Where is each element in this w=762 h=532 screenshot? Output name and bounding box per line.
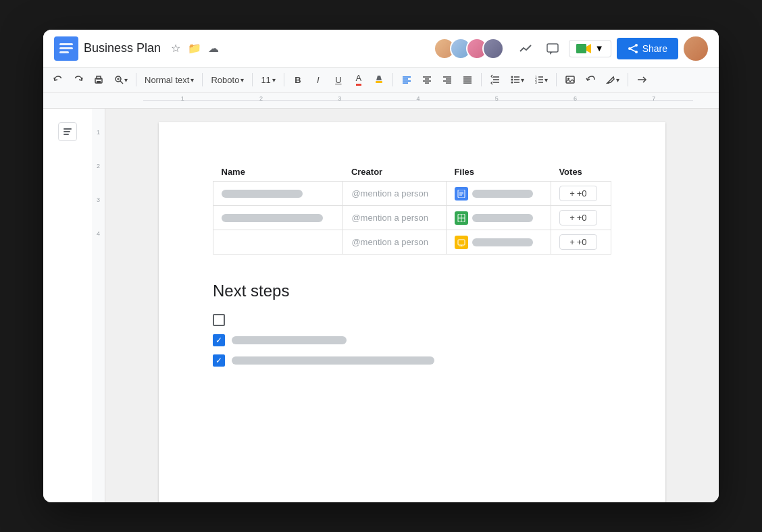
file-bar bbox=[472, 238, 533, 246]
table-cell-files bbox=[446, 230, 551, 255]
cloud-icon[interactable]: ☁ bbox=[207, 42, 220, 55]
vote-plus: + bbox=[569, 213, 575, 223]
size-dropdown[interactable]: 11 ▾ bbox=[257, 70, 279, 89]
table-row: @mention a person bbox=[213, 206, 611, 230]
svg-point-41 bbox=[511, 76, 513, 78]
color-label: A bbox=[356, 74, 362, 85]
docs-logo-icon bbox=[54, 36, 78, 61]
separator bbox=[628, 73, 628, 86]
style-dropdown[interactable]: Normal text ▾ bbox=[141, 70, 198, 89]
svg-marker-8 bbox=[586, 44, 591, 53]
meet-chevron: ▼ bbox=[595, 43, 604, 53]
share-button[interactable]: Share bbox=[617, 38, 678, 59]
underline-label: U bbox=[335, 75, 341, 85]
print-button[interactable] bbox=[89, 70, 108, 89]
share-label: Share bbox=[642, 43, 667, 54]
align-center-button[interactable] bbox=[417, 70, 436, 89]
file-icon-slides bbox=[455, 236, 468, 249]
svg-rect-16 bbox=[97, 81, 101, 83]
list-item bbox=[213, 314, 611, 326]
svg-rect-58 bbox=[63, 131, 70, 132]
ruler-mark-4: 4 bbox=[97, 230, 100, 237]
name-placeholder bbox=[222, 190, 303, 198]
font-dropdown[interactable]: Roboto ▾ bbox=[207, 70, 248, 89]
table-cell-files bbox=[446, 206, 551, 230]
svg-rect-1 bbox=[59, 43, 73, 45]
align-right-button[interactable] bbox=[438, 70, 457, 89]
size-chevron: ▾ bbox=[272, 76, 276, 84]
user-avatar[interactable] bbox=[684, 36, 708, 61]
star-icon[interactable]: ☆ bbox=[169, 42, 182, 55]
checkbox-checked[interactable] bbox=[213, 354, 225, 367]
folder-icon[interactable]: 📁 bbox=[188, 42, 201, 55]
zoom-button[interactable]: ▾ bbox=[109, 70, 132, 89]
checklist bbox=[213, 314, 611, 367]
document-canvas[interactable]: Name Creator Files Votes bbox=[105, 109, 719, 502]
table-cell-votes[interactable]: + +0 bbox=[551, 182, 611, 206]
comment-icon bbox=[546, 42, 559, 55]
table-cell-votes[interactable]: + +0 bbox=[551, 230, 611, 255]
numbered-list-button[interactable]: 123 ▾ bbox=[530, 70, 552, 89]
col-header-creator: Creator bbox=[343, 163, 446, 182]
data-table: Name Creator Files Votes bbox=[213, 163, 611, 255]
underline-button[interactable]: U bbox=[329, 70, 348, 89]
metrics-button[interactable] bbox=[515, 38, 536, 59]
table-cell-name bbox=[213, 182, 343, 206]
col-header-files: Files bbox=[446, 163, 551, 182]
svg-point-43 bbox=[511, 79, 513, 81]
style-chevron: ▾ bbox=[190, 76, 194, 84]
outline-icon[interactable] bbox=[58, 122, 77, 141]
document-page[interactable]: Name Creator Files Votes bbox=[159, 122, 665, 502]
vote-count: +0 bbox=[577, 188, 587, 198]
file-bar bbox=[472, 214, 533, 222]
checklist-text-bar bbox=[232, 356, 434, 365]
highlight-button[interactable] bbox=[370, 70, 388, 89]
text-color-button[interactable]: A bbox=[349, 70, 368, 89]
svg-rect-59 bbox=[63, 134, 69, 135]
table-cell-creator[interactable]: @mention a person bbox=[343, 182, 446, 206]
table-cell-votes[interactable]: + +0 bbox=[551, 206, 611, 230]
vote-button[interactable]: + +0 bbox=[559, 210, 597, 225]
vote-plus: + bbox=[569, 188, 575, 198]
undo-button[interactable] bbox=[49, 70, 68, 89]
vertical-ruler: 1 2 3 4 bbox=[92, 109, 105, 502]
vote-button[interactable]: + +0 bbox=[559, 234, 597, 250]
table-row: @mention a person bbox=[213, 230, 611, 255]
align-left-button[interactable] bbox=[397, 70, 416, 89]
bullet-chevron: ▾ bbox=[521, 76, 524, 84]
insert-image-button[interactable] bbox=[561, 70, 580, 89]
checkbox-unchecked[interactable] bbox=[213, 314, 225, 326]
app-window: Business Plan ☆ 📁 ☁ bbox=[43, 30, 719, 502]
undo2-button[interactable] bbox=[581, 70, 600, 89]
svg-rect-15 bbox=[97, 76, 101, 79]
table-cell-creator[interactable]: @mention a person bbox=[343, 230, 446, 255]
bold-button[interactable]: B bbox=[288, 70, 307, 89]
more-options-button[interactable] bbox=[632, 70, 651, 89]
line-spacing-button[interactable] bbox=[486, 70, 505, 89]
italic-button[interactable]: I bbox=[309, 70, 328, 89]
redo-button[interactable] bbox=[69, 70, 88, 89]
avatar bbox=[482, 38, 504, 59]
zoom-chevron: ▾ bbox=[124, 76, 128, 84]
next-steps-section: Next steps bbox=[213, 282, 611, 367]
svg-line-13 bbox=[630, 49, 636, 52]
comments-button[interactable] bbox=[542, 38, 563, 59]
separator bbox=[392, 73, 393, 86]
document-title: Business Plan bbox=[84, 41, 161, 55]
svg-rect-7 bbox=[576, 44, 586, 53]
list-item bbox=[213, 354, 611, 367]
meet-button[interactable]: ▼ bbox=[569, 40, 611, 57]
justify-button[interactable] bbox=[458, 70, 477, 89]
toolbar: ▾ Normal text ▾ Roboto ▾ 11 ▾ B I U A bbox=[43, 68, 719, 92]
table-cell-creator[interactable]: @mention a person bbox=[343, 206, 446, 230]
checkbox-checked[interactable] bbox=[213, 334, 225, 346]
bullet-list-button[interactable]: ▾ bbox=[506, 70, 528, 89]
vote-count: +0 bbox=[577, 237, 587, 247]
bold-label: B bbox=[295, 75, 301, 85]
separator bbox=[202, 73, 203, 86]
svg-rect-2 bbox=[59, 47, 73, 49]
vote-plus: + bbox=[569, 237, 575, 247]
pen-tool-button[interactable]: ▾ bbox=[601, 70, 624, 89]
mention-text: @mention a person bbox=[351, 188, 428, 198]
vote-button[interactable]: + +0 bbox=[559, 186, 597, 201]
